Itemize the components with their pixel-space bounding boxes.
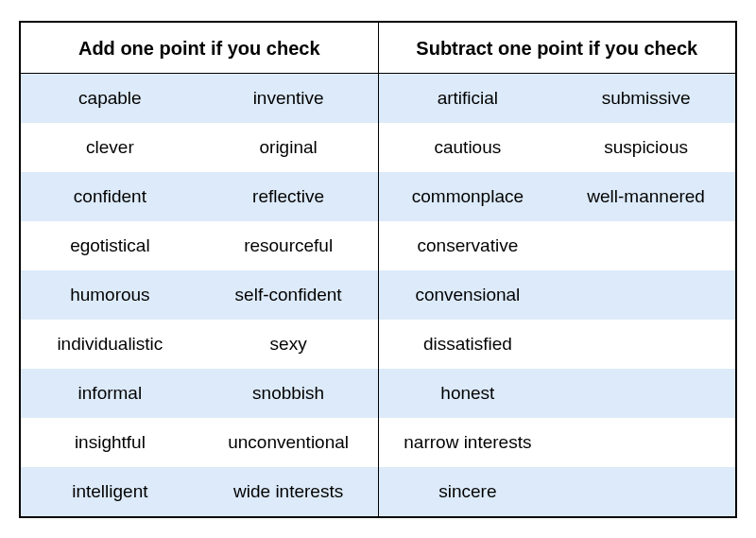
table-row: artificial submissive [379,74,736,123]
add-cell: self-confident [199,285,378,305]
add-cell: humorous [21,285,199,305]
subtract-cell: dissatisfied [379,334,558,355]
subtract-cell: well-mannered [557,186,735,207]
table-row: humorous self-confident [21,270,378,320]
table-row: dissatisfied [379,320,736,369]
table-row: informal snobbish [21,369,378,418]
header-add: Add one point if you check [21,23,379,73]
subtract-cell: commonplace [379,186,558,207]
table-row: sincere [379,467,736,516]
add-cell: snobbish [199,383,378,404]
add-cell: insightful [21,432,199,453]
header-subtract: Subtract one point if you check [379,23,736,73]
add-cell: wide interests [199,481,378,502]
add-cell: reflective [199,186,378,207]
add-cell: capable [21,88,199,109]
add-cell: informal [21,383,199,404]
add-cell: inventive [199,88,378,109]
table-row: convensional [379,270,736,320]
subtract-cell: conservative [379,235,558,256]
table-row: confident reflective [21,172,378,221]
add-cell: intelligent [21,481,199,502]
scoring-table: Add one point if you check Subtract one … [19,21,737,518]
table-row: conservative [379,221,736,270]
subtract-cell: submissive [557,88,735,109]
table-row: cautious suspicious [379,123,736,172]
add-cell: sexy [199,334,378,355]
table-row: egotistical resourceful [21,221,378,270]
add-cell: clever [21,137,199,158]
add-cell: confident [21,186,199,207]
table-row: capable inventive [21,74,378,123]
subtract-cell: narrow interests [379,432,558,453]
subtract-cell: artificial [379,88,558,109]
table-header-row: Add one point if you check Subtract one … [21,23,735,74]
table-row: intelligent wide interests [21,467,378,516]
add-cell: individualistic [21,334,199,355]
subtract-cell: convensional [379,285,558,305]
add-cell: original [199,137,378,158]
table-row: commonplace well-mannered [379,172,736,221]
table-body: capable inventive clever original confid… [21,74,735,516]
subtract-cell: sincere [379,481,558,502]
subtract-cell: cautious [379,137,558,158]
table-row: clever original [21,123,378,172]
table-row: honest [379,369,736,418]
add-column-group: capable inventive clever original confid… [21,74,379,516]
table-row: narrow interests [379,418,736,467]
add-cell: unconventional [199,432,378,453]
add-cell: resourceful [199,235,378,256]
table-row: insightful unconventional [21,418,378,467]
subtract-cell: suspicious [557,137,735,158]
subtract-column-group: artificial submissive cautious suspiciou… [379,74,736,516]
subtract-cell: honest [379,383,558,404]
table-row: individualistic sexy [21,320,378,369]
add-cell: egotistical [21,235,199,256]
